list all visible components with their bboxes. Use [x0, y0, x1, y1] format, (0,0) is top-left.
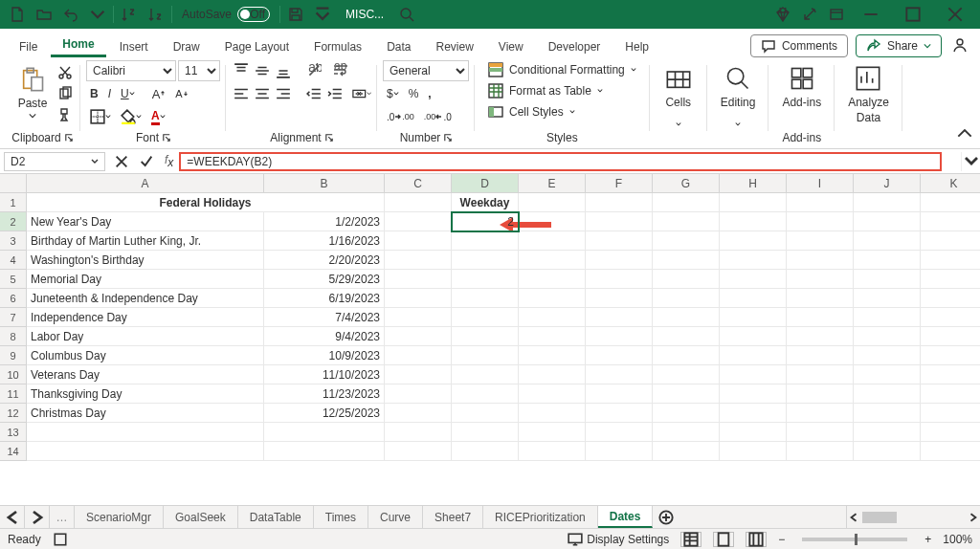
cell-F14[interactable]	[586, 442, 653, 461]
cell-E10[interactable]	[519, 365, 586, 384]
column-header-B[interactable]: B	[264, 174, 385, 192]
sheet-tab-sheet7[interactable]: Sheet7	[423, 506, 483, 528]
row-header[interactable]: 13	[0, 423, 27, 442]
cell-C8[interactable]	[385, 327, 452, 346]
merge-center-icon[interactable]	[352, 84, 371, 103]
cell-H2[interactable]	[720, 212, 787, 231]
cell-J5[interactable]	[854, 270, 921, 289]
column-header-C[interactable]: C	[385, 174, 452, 192]
cell-K10[interactable]	[921, 365, 980, 384]
cell-C1[interactable]	[385, 193, 452, 212]
cell-A11[interactable]: Thanksgiving Day	[27, 384, 264, 404]
align-bottom-icon[interactable]	[274, 61, 293, 80]
decrease-decimal-icon[interactable]: .00.0	[420, 107, 456, 126]
sheet-nav-more[interactable]: …	[50, 506, 75, 528]
row-header[interactable]: 5	[0, 270, 27, 289]
column-header-H[interactable]: H	[720, 174, 787, 192]
sheet-tab-scenariomgr[interactable]: ScenarioMgr	[75, 506, 164, 528]
maximize-button[interactable]	[892, 0, 934, 29]
cut-icon[interactable]	[56, 63, 75, 82]
cell-H9[interactable]	[720, 346, 787, 365]
cell-H7[interactable]	[720, 308, 787, 327]
cell-D2[interactable]: 2	[452, 212, 519, 231]
tab-file[interactable]: File	[8, 34, 49, 57]
cell-C4[interactable]	[385, 251, 452, 270]
cell-H12[interactable]	[720, 404, 787, 423]
cell-C6[interactable]	[385, 289, 452, 308]
cell-J14[interactable]	[854, 442, 921, 461]
cell-G7[interactable]	[653, 308, 720, 327]
cell-D11[interactable]	[452, 384, 519, 404]
cell-I2[interactable]	[787, 212, 854, 231]
cell-J10[interactable]	[854, 365, 921, 384]
cell-G6[interactable]	[653, 289, 720, 308]
cell-H4[interactable]	[720, 251, 787, 270]
cell-J12[interactable]	[854, 404, 921, 423]
cell-I12[interactable]	[787, 404, 854, 423]
tips-icon[interactable]	[796, 1, 823, 28]
tab-developer[interactable]: Developer	[537, 34, 612, 57]
increase-decimal-icon[interactable]: .0.00	[383, 107, 418, 126]
sheet-tab-dates[interactable]: Dates	[598, 506, 654, 528]
cell-E13[interactable]	[519, 423, 586, 442]
cell-J8[interactable]	[854, 327, 921, 346]
cell-G5[interactable]	[653, 270, 720, 289]
fill-color-button[interactable]	[117, 107, 145, 126]
cell-J9[interactable]	[854, 346, 921, 365]
cell-C13[interactable]	[385, 423, 452, 442]
column-header-A[interactable]: A	[27, 174, 264, 192]
cell-C14[interactable]	[385, 442, 452, 461]
sort-za-icon[interactable]	[143, 1, 169, 28]
cell-E7[interactable]	[519, 308, 586, 327]
align-center-icon[interactable]	[253, 84, 272, 103]
cell-E6[interactable]	[519, 289, 586, 308]
zoom-in-button[interactable]: +	[924, 533, 931, 546]
cell-K3[interactable]	[921, 231, 980, 251]
cell-F5[interactable]	[586, 270, 653, 289]
cell-D6[interactable]	[452, 289, 519, 308]
undo-dropdown[interactable]	[84, 1, 111, 28]
cell-A12[interactable]: Christmas Day	[27, 404, 264, 423]
cell-I10[interactable]	[787, 365, 854, 384]
cell-A1[interactable]: Federal Holidays	[27, 193, 385, 212]
cell-F12[interactable]	[586, 404, 653, 423]
column-header-E[interactable]: E	[519, 174, 586, 192]
cell-C12[interactable]	[385, 404, 452, 423]
row-header[interactable]: 3	[0, 231, 27, 251]
account-icon[interactable]	[947, 33, 972, 57]
cell-I13[interactable]	[787, 423, 854, 442]
row-header[interactable]: 8	[0, 327, 27, 346]
cell-E3[interactable]	[519, 231, 586, 251]
column-header-F[interactable]: F	[586, 174, 653, 192]
search-icon[interactable]	[393, 1, 420, 28]
align-right-icon[interactable]	[274, 84, 293, 103]
row-header[interactable]: 1	[0, 193, 27, 212]
column-header-K[interactable]: K	[921, 174, 980, 192]
cell-G12[interactable]	[653, 404, 720, 423]
cell-E11[interactable]	[519, 384, 586, 404]
cell-H10[interactable]	[720, 365, 787, 384]
cell-I8[interactable]	[787, 327, 854, 346]
formula-bar-expand[interactable]	[961, 152, 980, 171]
conditional-formatting-button[interactable]: Conditional Formatting	[480, 59, 644, 80]
cell-I6[interactable]	[787, 289, 854, 308]
select-all-corner[interactable]	[0, 174, 27, 192]
cell-B10[interactable]: 11/10/2023	[264, 365, 385, 384]
zoom-out-button[interactable]: −	[778, 533, 785, 546]
cell-E14[interactable]	[519, 442, 586, 461]
cell-D10[interactable]	[452, 365, 519, 384]
row-header[interactable]: 4	[0, 251, 27, 270]
cell-G11[interactable]	[653, 384, 720, 404]
cell-G13[interactable]	[653, 423, 720, 442]
editing-button[interactable]: Editing	[713, 59, 764, 142]
cell-J2[interactable]	[854, 212, 921, 231]
cell-F13[interactable]	[586, 423, 653, 442]
spreadsheet-grid[interactable]: ABCDEFGHIJK 1Federal HolidaysWeekday2New…	[0, 174, 980, 505]
cell-C9[interactable]	[385, 346, 452, 365]
orientation-icon[interactable]: ab	[304, 61, 323, 80]
cell-D8[interactable]	[452, 327, 519, 346]
cell-F1[interactable]	[586, 193, 653, 212]
borders-button[interactable]	[86, 107, 115, 126]
cell-A3[interactable]: Birthday of Martin Luther King, Jr.	[27, 231, 264, 251]
cell-D4[interactable]	[452, 251, 519, 270]
